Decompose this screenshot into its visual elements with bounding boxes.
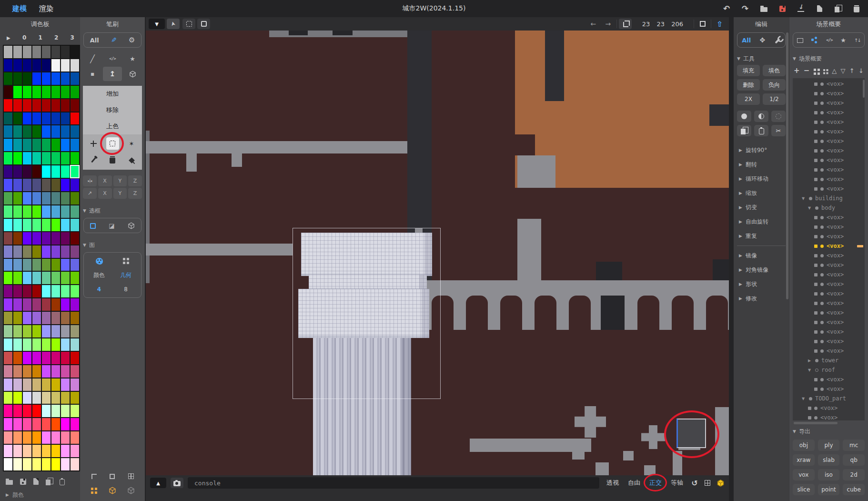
- visibility-dot-icon[interactable]: [815, 368, 818, 372]
- palette-swatch[interactable]: [71, 219, 79, 231]
- palette-swatch[interactable]: [23, 72, 31, 85]
- box-brush-button[interactable]: [123, 67, 142, 81]
- square-view-icon[interactable]: [103, 471, 122, 481]
- model-square-icon[interactable]: [814, 292, 818, 296]
- scene-canvas[interactable]: [146, 31, 729, 475]
- tree-node-vox[interactable]: <vox>: [793, 213, 865, 222]
- palette-swatch[interactable]: [23, 125, 31, 138]
- palette-swatch[interactable]: [42, 165, 50, 178]
- selection-region-icon[interactable]: [109, 222, 114, 229]
- brush-mode-增加[interactable]: 增加: [83, 86, 142, 102]
- palette-swatch[interactable]: [51, 418, 60, 430]
- palette-swatch[interactable]: [51, 46, 60, 58]
- edit-expander-旋转90°[interactable]: ▶旋转90°: [737, 143, 786, 157]
- edit-expander-切变[interactable]: ▶切变: [737, 200, 786, 215]
- palette-swatch[interactable]: [32, 325, 41, 337]
- tree-node-vox[interactable]: <vox>: [793, 327, 865, 337]
- tree-scrollbar[interactable]: [863, 80, 865, 98]
- palette-swatch[interactable]: [61, 86, 70, 98]
- visibility-dot-icon[interactable]: [820, 178, 824, 181]
- palette-swatch[interactable]: [13, 219, 22, 231]
- palette-swatch[interactable]: [23, 46, 31, 58]
- palette-swatch[interactable]: [32, 205, 41, 218]
- palette-tab-1[interactable]: 1: [38, 34, 42, 41]
- palette-swatch[interactable]: [42, 72, 50, 85]
- palette-swatch[interactable]: [61, 232, 70, 245]
- model-square-icon[interactable]: [814, 283, 818, 286]
- palette-swatch[interactable]: [13, 112, 22, 125]
- palette-swatch[interactable]: [71, 378, 79, 391]
- voxel-brush-button[interactable]: [83, 67, 102, 81]
- fit-model-button[interactable]: [696, 19, 709, 29]
- tree-node-TODO_part[interactable]: ▼TODO_part: [793, 394, 865, 403]
- tree-node-vox[interactable]: <vox>: [793, 270, 865, 279]
- palette-swatch[interactable]: [71, 458, 79, 470]
- palette-swatch[interactable]: [4, 338, 12, 351]
- palette-swatch[interactable]: [71, 59, 79, 72]
- palette-swatch[interactable]: [32, 285, 41, 297]
- mirror-x-button[interactable]: X: [98, 175, 112, 186]
- palette-swatch[interactable]: [51, 72, 60, 85]
- palette-swatch[interactable]: [32, 272, 41, 284]
- palette-swatch[interactable]: [42, 232, 50, 245]
- palette-swatch[interactable]: [61, 139, 70, 151]
- palette-swatch[interactable]: [13, 298, 22, 311]
- model-square-icon[interactable]: [814, 216, 818, 219]
- palette-swatch[interactable]: [13, 232, 22, 245]
- open-folder-icon[interactable]: [760, 5, 767, 12]
- palette-swatch[interactable]: [61, 312, 70, 324]
- palette-swatch[interactable]: [32, 378, 41, 391]
- palette-swatch[interactable]: [23, 232, 31, 245]
- select-marquee-tool-button[interactable]: [103, 137, 122, 150]
- export-2d-button[interactable]: 2d: [843, 469, 865, 481]
- edit-expander-重复[interactable]: ▶重复: [737, 229, 786, 243]
- pattern-brush-button[interactable]: [103, 51, 122, 66]
- push-up-button[interactable]: [713, 19, 726, 29]
- palette-swatch[interactable]: [51, 179, 60, 191]
- axis-x-button[interactable]: X: [98, 188, 112, 199]
- palette-tab-2[interactable]: 2: [54, 34, 58, 41]
- edit-tool-button[interactable]: 1/2: [763, 93, 786, 105]
- palette-swatch[interactable]: [13, 245, 22, 258]
- model-square-icon[interactable]: [814, 82, 818, 86]
- outline-code-icon[interactable]: [826, 38, 832, 42]
- split-frame-icon[interactable]: [703, 479, 712, 487]
- visibility-dot-icon[interactable]: [815, 359, 818, 362]
- palette-swatch[interactable]: [42, 192, 50, 204]
- palette-swatch[interactable]: [71, 152, 79, 164]
- palette-swatch[interactable]: [51, 325, 60, 337]
- palette-swatch[interactable]: [71, 418, 79, 430]
- palette-swatch[interactable]: [42, 259, 50, 271]
- palette-swatch[interactable]: [71, 125, 79, 138]
- model-square-icon[interactable]: [814, 121, 818, 124]
- model-square-icon[interactable]: [814, 178, 818, 181]
- face-geometry-label[interactable]: 几何: [120, 271, 131, 279]
- palette-swatch[interactable]: [13, 125, 22, 138]
- palette-swatch[interactable]: [42, 219, 50, 231]
- tree-node-vox[interactable]: <vox>: [793, 251, 865, 260]
- palette-swatch[interactable]: [13, 325, 22, 337]
- palette-swatch[interactable]: [61, 72, 70, 85]
- export-point-button[interactable]: point: [818, 484, 840, 495]
- tree-node-vox[interactable]: <vox>: [793, 155, 865, 165]
- tree-node-vox[interactable]: <vox>: [793, 346, 865, 356]
- tree-node-vox[interactable]: <vox>: [793, 136, 865, 146]
- palette-swatch[interactable]: [4, 378, 12, 391]
- palette-swatch[interactable]: [4, 232, 12, 245]
- palette-swatch[interactable]: [61, 352, 70, 364]
- palette-swatch[interactable]: [71, 392, 79, 404]
- palette-swatch[interactable]: [13, 192, 22, 204]
- transform-icon[interactable]: [760, 36, 766, 44]
- copy-button[interactable]: [737, 125, 751, 136]
- tree-expander-icon[interactable]: ▼: [802, 196, 806, 201]
- model-square-icon[interactable]: [814, 349, 818, 353]
- palette-swatch[interactable]: [61, 245, 70, 258]
- palette-swatch[interactable]: [23, 392, 31, 404]
- palette-swatch[interactable]: [51, 378, 60, 391]
- palette-swatch[interactable]: [61, 378, 70, 391]
- palette-swatch[interactable]: [23, 405, 31, 417]
- wrench-icon[interactable]: [774, 36, 781, 44]
- palette-swatch[interactable]: [32, 59, 41, 72]
- palette-swatch[interactable]: [51, 352, 60, 364]
- visibility-dot-icon[interactable]: [820, 245, 824, 248]
